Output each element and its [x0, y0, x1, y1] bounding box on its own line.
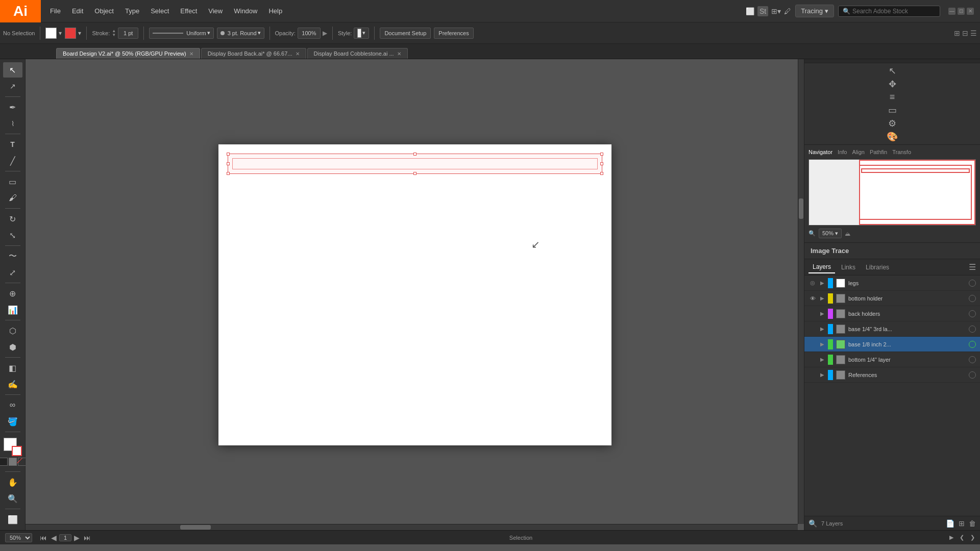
hand-tool[interactable]: ✋	[3, 474, 22, 490]
menu-help[interactable]: Help	[263, 5, 287, 17]
menu-select[interactable]: Select	[145, 5, 174, 17]
layer-circle-bottom-holder[interactable]	[969, 295, 976, 302]
close-button[interactable]: ✕	[967, 8, 974, 15]
layer-visibility-references[interactable]	[808, 371, 817, 379]
layer-circle-back-holders[interactable]	[969, 310, 976, 317]
layer-visibility-back-holders[interactable]	[808, 310, 817, 318]
menu-effect[interactable]: Effect	[175, 5, 202, 17]
select-tool[interactable]: ↖	[3, 62, 22, 78]
menu-file[interactable]: File	[45, 5, 66, 17]
layer-options-icon[interactable]: ⊞	[959, 519, 965, 528]
nav-tab-align[interactable]: Align	[852, 149, 864, 155]
black-swatch[interactable]	[0, 458, 8, 466]
menu-type[interactable]: Type	[120, 5, 144, 17]
canvas-area[interactable]: ↙	[26, 59, 804, 530]
search-input[interactable]	[852, 8, 934, 15]
layer-visibility-base-eighth-inch[interactable]	[808, 340, 817, 348]
none-swatch[interactable]	[18, 458, 26, 466]
anchor-top-right[interactable]	[600, 153, 603, 156]
anchor-top-left[interactable]	[227, 153, 230, 156]
layer-row-legs[interactable]: ◎ ▶ legs	[804, 276, 980, 291]
horizontal-scrollbar[interactable]	[26, 524, 798, 530]
layers-menu-icon[interactable]: ☰	[969, 262, 976, 272]
gray-swatch[interactable]	[9, 458, 17, 466]
nav-tab-navigator[interactable]: Navigator	[808, 149, 832, 155]
menu-object[interactable]: Object	[89, 5, 119, 17]
layer-visibility-legs[interactable]: ◎	[808, 279, 817, 287]
layers-tab-links[interactable]: Links	[837, 262, 860, 273]
layer-circle-legs[interactable]	[969, 280, 976, 287]
layers-tab-layers[interactable]: Layers	[808, 261, 835, 273]
anchor-top-mid[interactable]	[413, 153, 416, 156]
type-tool[interactable]: T	[3, 137, 22, 152]
layer-expand-references[interactable]: ▶	[819, 371, 826, 379]
layer-row-bottom-quarter[interactable]: ▶ bottom 1/4" layer	[804, 352, 980, 367]
layer-circle-base-eighth-inch[interactable]	[969, 341, 976, 348]
mesh-tool[interactable]: ⬢	[3, 339, 22, 355]
anchor-bottom-left[interactable]	[227, 172, 230, 175]
tab-board-design[interactable]: Board Design V2.ai* @ 50% (RGB/GPU Previ…	[56, 48, 200, 59]
vertical-scrollbar[interactable]	[798, 59, 804, 524]
stroke-style-select[interactable]: Uniform ▾	[149, 28, 214, 39]
shape-builder-tool[interactable]: ⊕	[3, 286, 22, 301]
round-select[interactable]: 3 pt. Round ▾	[217, 28, 264, 39]
zoom-increase-icon[interactable]: ⛰	[845, 231, 850, 237]
anchor-bottom-mid[interactable]	[413, 172, 416, 175]
play-icon[interactable]: ▶	[949, 534, 953, 541]
zoom-dropdown[interactable]: 50%	[5, 533, 32, 542]
anchor-left-mid[interactable]	[227, 162, 230, 165]
stroke-down-icon[interactable]: ▼	[112, 33, 116, 37]
blend-tool[interactable]: ∞	[3, 397, 22, 413]
curvature-tool[interactable]: ⌇	[3, 116, 22, 131]
layer-row-bottom-holder[interactable]: 👁 ▶ bottom holder	[804, 291, 980, 306]
eyedropper-tool[interactable]: ✍	[3, 377, 22, 392]
vertical-scroll-thumb[interactable]	[799, 198, 803, 219]
style-select[interactable]: ▾	[354, 28, 369, 39]
layer-visibility-bottom-holder[interactable]: 👁	[808, 294, 817, 303]
layer-expand-bottom-quarter[interactable]: ▶	[819, 356, 826, 363]
nav-tab-pathfin[interactable]: Pathfin	[870, 149, 887, 155]
settings-icon[interactable]: ⚙	[888, 118, 896, 129]
stroke-chevron-icon[interactable]: ▾	[78, 30, 81, 37]
paintbrush-tool[interactable]: 🖌	[3, 190, 22, 206]
stroke-color-swatch[interactable]	[65, 28, 76, 39]
tracing-dropdown[interactable]: Tracing ▾	[795, 5, 834, 17]
anchor-right-mid[interactable]	[600, 162, 603, 165]
rect-panel-icon[interactable]: ▭	[888, 105, 897, 116]
delete-layer-icon[interactable]: 🗑	[969, 519, 976, 528]
layer-expand-legs[interactable]: ▶	[819, 280, 826, 287]
select-icon[interactable]: ↖	[889, 65, 896, 77]
layer-expand-back-holders[interactable]: ▶	[819, 310, 826, 317]
layer-row-base-eighth-inch[interactable]: ▶ base 1/8 inch 2...	[804, 337, 980, 352]
gradient-tool[interactable]: ◧	[3, 360, 22, 375]
prev-page-icon[interactable]: ◀	[50, 534, 58, 542]
layer-visibility-base-quarter-3rd[interactable]	[808, 325, 817, 333]
menu-edit[interactable]: Edit	[67, 5, 88, 17]
library-icon[interactable]: ⊞▾	[771, 7, 781, 15]
layer-visibility-bottom-quarter[interactable]	[808, 356, 817, 364]
rect-tool[interactable]: ▭	[3, 174, 22, 189]
layer-row-back-holders[interactable]: ▶ back holders	[804, 306, 980, 321]
navigate-fwd-icon[interactable]: ❯	[970, 534, 975, 541]
zoom-select[interactable]: 50% ▾	[819, 229, 842, 238]
layer-expand-bottom-holder[interactable]: ▶	[819, 295, 826, 302]
stroke-swatch[interactable]	[12, 446, 22, 456]
scale-tool[interactable]: ⤡	[3, 228, 22, 243]
live-paint-tool[interactable]: 🪣	[3, 414, 22, 429]
arrange-icon-1[interactable]: ⊞	[954, 29, 960, 37]
layer-circle-base-quarter-3rd[interactable]	[969, 325, 976, 333]
next-page-icon[interactable]: ▶	[72, 534, 81, 542]
pen-tool[interactable]: ✒	[3, 99, 22, 115]
arrange-icon-2[interactable]: ⊟	[962, 29, 968, 37]
tab-display-back[interactable]: Display Board Back.ai* @ 66.67... ✕	[201, 48, 306, 59]
menu-view[interactable]: View	[203, 5, 228, 17]
menu-window[interactable]: Window	[229, 5, 262, 17]
nav-tab-transfo[interactable]: Transfo	[892, 149, 911, 155]
move-icon[interactable]: ✥	[889, 79, 896, 90]
warp-tool[interactable]: 〜	[3, 248, 22, 264]
search-layers-icon[interactable]: 🔍	[808, 519, 817, 528]
fill-chevron-icon[interactable]: ▾	[59, 30, 62, 37]
opacity-arrow-icon[interactable]: ▶	[323, 30, 327, 37]
add-layer-icon[interactable]: 📄	[946, 519, 954, 528]
layer-expand-base-eighth-inch[interactable]: ▶	[819, 341, 826, 348]
